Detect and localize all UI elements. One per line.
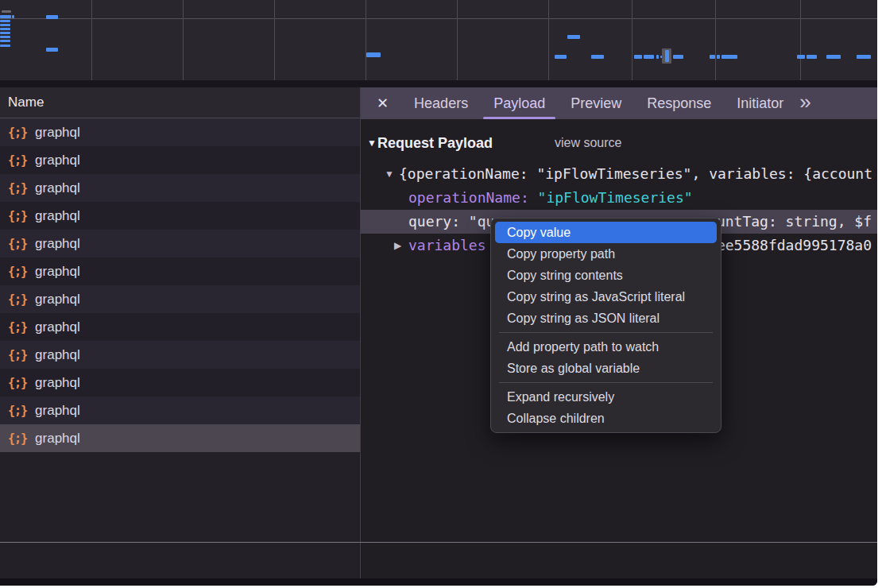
property-value-string: "ipFlowTimeseries" [538, 189, 693, 206]
detail-tabs: HeadersPayloadPreviewResponseInitiator [401, 87, 796, 119]
collapsed-triangle-icon[interactable]: ▶ [394, 234, 401, 257]
overview-gridline [548, 0, 549, 80]
tree-row-text: {operationName: "ipFlowTimeseries", vari… [399, 162, 872, 186]
request-name-label: graphql [35, 431, 80, 447]
menu-item-collapse-children[interactable]: Collapse children [495, 408, 717, 429]
json-braces-icon: {;} [8, 431, 27, 446]
property-key: operationName: [408, 189, 538, 206]
request-name-label: graphql [35, 264, 80, 280]
json-braces-icon: {;} [8, 237, 27, 251]
overview-request-bar[interactable] [0, 24, 10, 26]
tab-response[interactable]: Response [634, 87, 724, 119]
json-braces-icon: {;} [8, 181, 27, 195]
overview-request-bar[interactable] [0, 40, 10, 42]
overview-request-bar[interactable] [0, 44, 10, 47]
section-collapse-triangle-icon[interactable]: ▼ [367, 137, 377, 149]
requests-list-panel: Name {;}graphql{;}graphql{;}graphql{;}gr… [0, 87, 361, 578]
menu-item-store-as-global-variable[interactable]: Store as global variable [495, 358, 717, 379]
menu-separator [499, 332, 713, 333]
request-name-label: graphql [35, 292, 80, 308]
request-name-label: graphql [35, 375, 80, 391]
overview-request-bar[interactable] [826, 55, 841, 59]
request-payload-section-header[interactable]: ▼ Request Payload view source [361, 131, 877, 155]
overview-request-bar[interactable] [0, 20, 10, 22]
request-row[interactable]: {;}graphql [0, 146, 360, 174]
request-row[interactable]: {;}graphql [0, 257, 360, 285]
tree-row-text: query: "qu [408, 210, 494, 234]
request-row[interactable]: {;}graphql [0, 285, 360, 313]
json-braces-icon: {;} [8, 153, 27, 168]
tree-row-text: operationName: "ipFlowTimeseries" [408, 186, 693, 210]
more-tabs-icon[interactable]: » [799, 91, 810, 115]
request-row[interactable]: {;}graphql [0, 174, 360, 202]
menu-item-copy-value[interactable]: Copy value [495, 222, 717, 243]
menu-item-copy-string-as-json-literal[interactable]: Copy string as JSON literal [495, 308, 717, 329]
menu-item-expand-recursively[interactable]: Expand recursively [495, 386, 717, 408]
request-name-label: graphql [35, 403, 80, 419]
overview-request-bar[interactable] [567, 35, 580, 39]
menu-item-copy-property-path[interactable]: Copy property path [495, 243, 717, 265]
request-name-label: graphql [35, 208, 80, 224]
request-row[interactable]: {;}graphql [0, 397, 360, 424]
overview-request-bar[interactable] [644, 55, 654, 59]
tab-headers[interactable]: Headers [401, 87, 481, 119]
close-icon[interactable]: ✕ [377, 95, 389, 112]
network-panel-split: Name {;}graphql{;}graphql{;}graphql{;}gr… [0, 87, 877, 578]
tree-row[interactable]: operationName: "ipFlowTimeseries" [361, 186, 877, 210]
detail-tabbar: ✕ HeadersPayloadPreviewResponseInitiator… [361, 87, 877, 119]
overview-gridline [632, 0, 632, 80]
overview-request-bar[interactable] [717, 55, 720, 59]
tab-payload[interactable]: Payload [481, 87, 558, 119]
overview-request-bar[interactable] [797, 55, 805, 59]
overview-gridline [91, 0, 92, 80]
overview-request-bar[interactable] [656, 55, 659, 59]
request-row[interactable]: {;}graphql [0, 202, 360, 230]
window-bottom-edge [0, 578, 877, 586]
overview-request-bar[interactable] [665, 50, 669, 62]
overview-request-bar[interactable] [2, 10, 11, 13]
property-text: {operationName: "ipFlowTimeseries", vari… [399, 165, 872, 182]
menu-item-copy-string-contents[interactable]: Copy string contents [495, 265, 717, 286]
overview-request-bar[interactable] [591, 55, 604, 59]
menu-item-add-property-path-to-watch[interactable]: Add property path to watch [495, 336, 717, 358]
request-row[interactable]: {;}graphql [0, 230, 360, 257]
overview-request-bar[interactable] [634, 55, 642, 59]
tab-initiator[interactable]: Initiator [724, 87, 796, 119]
request-row[interactable]: {;}graphql [0, 118, 360, 146]
overview-request-bar[interactable] [12, 15, 14, 18]
request-row[interactable]: {;}graphql [0, 369, 360, 397]
request-row[interactable]: {;}graphql [0, 313, 360, 341]
expanded-triangle-icon[interactable]: ▼ [385, 162, 394, 186]
overview-request-bar[interactable] [0, 28, 10, 30]
overview-request-bar[interactable] [710, 55, 715, 59]
tree-row[interactable]: ▼{operationName: "ipFlowTimeseries", var… [361, 162, 877, 186]
view-source-link[interactable]: view source [555, 136, 621, 150]
name-column-header[interactable]: Name [0, 87, 360, 118]
request-row[interactable]: {;}graphql [0, 424, 360, 452]
menu-separator [499, 382, 713, 383]
overview-request-bar[interactable] [46, 15, 58, 19]
request-name-label: graphql [35, 319, 80, 335]
request-row[interactable]: {;}graphql [0, 341, 360, 369]
overview-request-bar[interactable] [673, 55, 683, 59]
overview-horizontal-gridline [0, 18, 877, 19]
overview-request-bar[interactable] [721, 55, 737, 59]
overview-request-bar[interactable] [857, 55, 871, 59]
request-name-label: graphql [35, 125, 80, 141]
overview-request-bar[interactable] [0, 32, 10, 34]
menu-item-copy-string-as-javascript-literal[interactable]: Copy string as JavaScript literal [495, 286, 717, 308]
tree-row-text: variables [408, 234, 486, 257]
overview-request-bar[interactable] [0, 36, 10, 38]
overview-request-bar[interactable] [366, 52, 381, 57]
context-menu: Copy valueCopy property pathCopy string … [490, 218, 721, 433]
overview-request-bar[interactable] [555, 55, 567, 59]
json-braces-icon: {;} [8, 209, 27, 223]
overview-request-bar[interactable] [0, 15, 11, 18]
devtools-window: Name {;}graphql{;}graphql{;}graphql{;}gr… [0, 0, 877, 586]
network-overview-timeline[interactable] [0, 0, 877, 80]
request-name-label: graphql [35, 153, 80, 168]
overview-request-bar[interactable] [46, 48, 58, 52]
json-braces-icon: {;} [8, 320, 27, 335]
tab-preview[interactable]: Preview [558, 87, 634, 119]
overview-request-bar[interactable] [807, 55, 817, 59]
